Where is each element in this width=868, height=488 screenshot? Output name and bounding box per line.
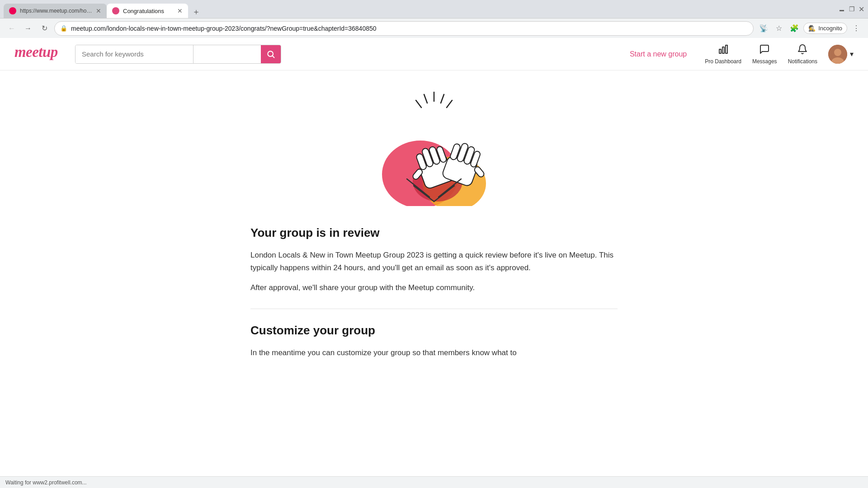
browser-tab-1[interactable]: https://www.meetup.com/how-t... ✕ bbox=[4, 4, 107, 18]
refresh-button[interactable]: ↻ bbox=[38, 22, 51, 35]
toolbar-icons: 📡 ☆ 🧩 🕵 Incognito ⋮ bbox=[757, 22, 863, 35]
section-divider bbox=[250, 309, 618, 309]
notifications-link[interactable]: Notifications bbox=[788, 44, 817, 65]
browser-toolbar: ← → ↻ 🔒 meetup.com/london-locals-new-in-… bbox=[0, 18, 868, 38]
user-menu-chevron[interactable]: ▾ bbox=[850, 50, 854, 58]
pro-dashboard-link[interactable]: Pro Dashboard bbox=[705, 44, 741, 65]
url-text: meetup.com/london-locals-new-in-town-mee… bbox=[71, 25, 748, 32]
back-button[interactable]: ← bbox=[5, 22, 18, 35]
maximize-button[interactable]: ❐ bbox=[849, 5, 855, 13]
incognito-button[interactable]: 🕵 Incognito bbox=[803, 23, 847, 34]
minimize-button[interactable]: 🗕 bbox=[838, 5, 845, 13]
svg-rect-5 bbox=[726, 45, 727, 53]
extension-icon[interactable]: 🧩 bbox=[788, 22, 801, 35]
review-body1: London Locals & New in Town Meetup Group… bbox=[250, 249, 618, 274]
user-avatar[interactable] bbox=[828, 45, 847, 64]
svg-text:meetup: meetup bbox=[14, 44, 58, 60]
rays bbox=[416, 92, 452, 108]
bar-chart-icon bbox=[718, 44, 729, 57]
svg-line-15 bbox=[424, 94, 427, 103]
search-bar: London, GB bbox=[75, 45, 281, 64]
location-input[interactable]: London, GB bbox=[193, 45, 261, 63]
celebration-illustration bbox=[250, 89, 618, 208]
svg-line-16 bbox=[416, 100, 421, 108]
customize-body: In the meantime you can customize your g… bbox=[250, 347, 618, 359]
svg-rect-3 bbox=[719, 49, 721, 53]
user-menu: ▾ bbox=[828, 45, 854, 64]
bell-icon bbox=[797, 44, 808, 57]
bookmark-icon[interactable]: ☆ bbox=[773, 22, 785, 35]
status-bar: Waiting for www2.profitwell.com... bbox=[0, 476, 868, 488]
svg-line-14 bbox=[447, 100, 452, 108]
search-button[interactable] bbox=[261, 45, 281, 63]
new-tab-button[interactable]: ＋ bbox=[190, 5, 203, 18]
messages-link[interactable]: Messages bbox=[752, 44, 777, 65]
address-bar[interactable]: 🔒 meetup.com/london-locals-new-in-town-m… bbox=[54, 21, 754, 36]
tab1-close[interactable]: ✕ bbox=[96, 7, 101, 14]
window-controls: 🗕 ❐ ✕ bbox=[838, 5, 864, 14]
tab2-favicon bbox=[112, 7, 119, 14]
notifications-label: Notifications bbox=[788, 58, 817, 65]
high-five-illustration bbox=[371, 89, 497, 206]
review-title: Your group is in review bbox=[250, 226, 618, 240]
svg-rect-4 bbox=[722, 47, 724, 53]
browser-tabs: https://www.meetup.com/how-t... ✕ Congra… bbox=[4, 0, 203, 18]
meetup-logo[interactable]: meetup bbox=[14, 42, 64, 66]
search-icon bbox=[266, 50, 275, 59]
cast-icon[interactable]: 📡 bbox=[757, 22, 770, 35]
page: meetup London, GB Start a new group bbox=[0, 38, 868, 394]
main-content: Your group is in review London Locals & … bbox=[240, 70, 628, 394]
pro-dashboard-label: Pro Dashboard bbox=[705, 58, 741, 65]
browser-titlebar: https://www.meetup.com/how-t... ✕ Congra… bbox=[0, 0, 868, 18]
tab1-favicon bbox=[9, 7, 16, 14]
tab1-label: https://www.meetup.com/how-t... bbox=[20, 8, 92, 14]
incognito-label: Incognito bbox=[818, 25, 842, 32]
message-icon bbox=[759, 44, 770, 57]
tab2-label: Congratulations bbox=[123, 8, 164, 14]
tab2-close[interactable]: ✕ bbox=[177, 7, 183, 14]
svg-point-7 bbox=[834, 49, 841, 56]
navbar: meetup London, GB Start a new group bbox=[0, 38, 868, 70]
start-new-group-link[interactable]: Start a new group bbox=[630, 50, 687, 58]
browser-chrome: https://www.meetup.com/how-t... ✕ Congra… bbox=[0, 0, 868, 38]
search-input[interactable] bbox=[75, 45, 193, 63]
nav-actions: Pro Dashboard Messages Notification bbox=[705, 44, 854, 65]
close-button[interactable]: ✕ bbox=[859, 5, 864, 14]
messages-label: Messages bbox=[752, 58, 777, 65]
review-body2: After approval, we'll share your group w… bbox=[250, 282, 618, 294]
svg-line-2 bbox=[273, 56, 274, 57]
incognito-icon: 🕵 bbox=[808, 25, 816, 32]
browser-tab-2[interactable]: Congratulations ✕ bbox=[107, 4, 188, 18]
lock-icon: 🔒 bbox=[60, 25, 67, 32]
svg-line-13 bbox=[441, 94, 444, 103]
menu-icon[interactable]: ⋮ bbox=[850, 22, 863, 35]
customize-title: Customize your group bbox=[250, 324, 618, 338]
forward-button[interactable]: → bbox=[22, 22, 34, 35]
status-text: Waiting for www2.profitwell.com... bbox=[5, 479, 87, 486]
